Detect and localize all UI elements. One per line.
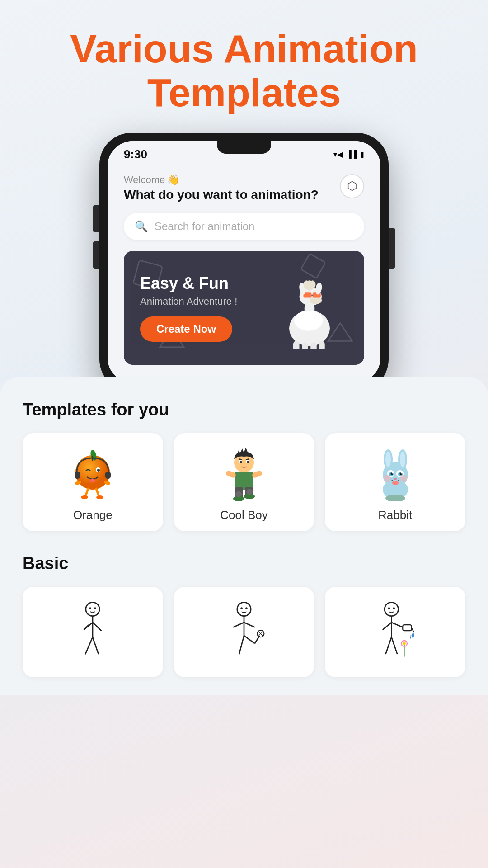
app-content: Welcome 👋 What do you want to animation?…	[108, 165, 380, 383]
svg-point-70	[384, 475, 391, 482]
svg-point-67	[392, 472, 393, 473]
svg-rect-16	[319, 341, 325, 349]
banner-subtitle: Animation Adventure !	[140, 296, 271, 307]
banner-text-area: Easy & Fun Animation Adventure ! Create …	[140, 274, 271, 342]
svg-line-90	[244, 636, 255, 643]
svg-rect-15	[310, 342, 317, 349]
stick-figure-water	[371, 600, 420, 659]
coolboy-character	[221, 447, 267, 501]
phone-inner: 9:30 ▾◀ ▐▐ ▮ Welcome 👋 What do you want …	[108, 141, 380, 383]
svg-point-43	[239, 461, 242, 463]
svg-line-33	[96, 489, 99, 496]
svg-line-88	[244, 622, 255, 627]
basic-grid	[23, 587, 465, 677]
svg-point-68	[401, 472, 402, 473]
template-card-rabbit[interactable]: Rabbit	[325, 433, 465, 531]
phone-notch	[217, 141, 271, 154]
svg-point-44	[247, 461, 249, 463]
svg-line-89	[239, 636, 244, 654]
svg-rect-51	[225, 470, 237, 478]
svg-line-79	[84, 625, 89, 630]
svg-line-81	[85, 637, 93, 654]
template-card-coolboy[interactable]: Cool Boy	[174, 433, 314, 531]
template-name-coolboy: Cool Boy	[220, 508, 268, 522]
welcome-area: Welcome 👋 What do you want to animation?	[124, 174, 319, 202]
stick-figure-kick	[219, 600, 269, 659]
svg-point-76	[94, 607, 96, 609]
search-icon: 🔍	[135, 220, 148, 233]
stick-figure-think	[68, 600, 117, 659]
template-grid: Orange	[23, 433, 465, 531]
svg-marker-39	[244, 448, 248, 452]
phone-outer: 9:30 ▾◀ ▐▐ ▮ Welcome 👋 What do you want …	[99, 133, 389, 391]
svg-rect-52	[252, 470, 263, 478]
svg-line-80	[93, 622, 102, 630]
phone-mockup: 9:30 ▾◀ ▐▐ ▮ Welcome 👋 What do you want …	[0, 133, 488, 391]
svg-point-60	[400, 452, 405, 467]
hero-section: Various Animation Templates	[0, 0, 488, 124]
svg-point-54	[246, 489, 253, 495]
template-name-rabbit: Rabbit	[378, 508, 412, 522]
settings-icon: ⬡	[347, 179, 357, 193]
llama-svg	[273, 267, 346, 349]
svg-rect-14	[302, 342, 308, 349]
settings-button[interactable]: ⬡	[340, 174, 364, 198]
svg-point-97	[393, 607, 394, 609]
welcome-row: Welcome 👋	[124, 174, 319, 186]
promo-banner: Easy & Fun Animation Adventure ! Create …	[124, 251, 364, 365]
svg-point-110	[403, 642, 406, 645]
svg-point-83	[237, 602, 251, 616]
banner-title: Easy & Fun	[140, 274, 271, 293]
search-bar[interactable]: 🔍 Search for animation	[124, 213, 364, 240]
svg-point-74	[86, 602, 99, 616]
svg-point-69	[392, 481, 399, 485]
create-now-button[interactable]: Create Now	[140, 316, 232, 342]
svg-point-84	[240, 607, 242, 609]
templates-section-title: Templates for you	[23, 400, 465, 420]
svg-rect-36	[235, 472, 253, 490]
svg-line-82	[93, 637, 99, 654]
svg-point-96	[388, 607, 389, 609]
svg-line-101	[411, 627, 413, 632]
svg-line-99	[391, 622, 403, 627]
basic-card-water[interactable]	[325, 587, 465, 677]
svg-point-75	[89, 607, 91, 609]
orange-character	[70, 447, 115, 501]
svg-point-85	[245, 607, 247, 609]
svg-line-87	[233, 622, 244, 627]
svg-point-35	[96, 495, 103, 499]
svg-marker-38	[240, 448, 244, 453]
hero-title: Various Animation Templates	[27, 27, 461, 115]
templates-section: Templates for you	[0, 377, 488, 695]
svg-line-105	[382, 622, 391, 629]
svg-rect-28	[75, 472, 80, 479]
svg-point-27	[90, 479, 95, 482]
template-card-orange[interactable]: Orange	[23, 433, 163, 531]
svg-line-102	[412, 633, 412, 637]
search-placeholder-text: Search for animation	[155, 220, 254, 233]
svg-point-95	[385, 602, 398, 616]
svg-line-32	[85, 489, 88, 496]
signal-icon: ▐▐	[346, 150, 357, 158]
svg-point-72	[394, 478, 397, 480]
svg-point-17	[294, 310, 323, 330]
svg-point-71	[400, 475, 407, 482]
basic-card-kick[interactable]	[174, 587, 314, 677]
svg-point-20	[310, 280, 316, 288]
banner-character	[271, 267, 348, 349]
svg-point-19	[304, 280, 310, 288]
rabbit-character	[373, 447, 418, 501]
svg-line-107	[391, 637, 397, 654]
svg-rect-13	[293, 341, 300, 349]
wifi-icon: ▾◀	[333, 150, 343, 159]
svg-point-26	[97, 469, 100, 472]
status-icons: ▾◀ ▐▐ ▮	[333, 150, 364, 159]
svg-point-53	[235, 491, 242, 497]
app-header: Welcome 👋 What do you want to animation?…	[124, 174, 364, 202]
template-name-orange: Orange	[73, 508, 113, 522]
svg-line-104	[410, 634, 411, 638]
svg-point-34	[81, 495, 88, 499]
basic-card-think[interactable]	[23, 587, 163, 677]
svg-point-58	[385, 452, 391, 467]
battery-icon: ▮	[360, 150, 364, 159]
